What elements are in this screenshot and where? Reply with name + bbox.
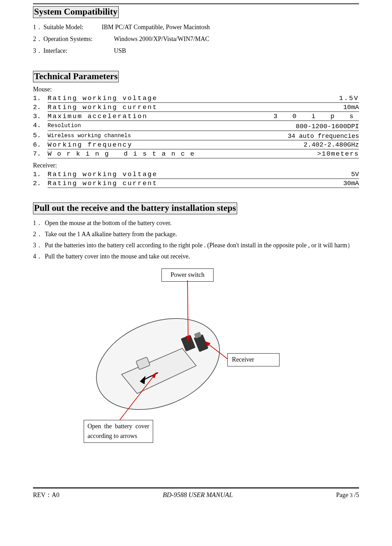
list-number: 2. (33, 180, 48, 187)
param-line: Rating working voltage1.5V (48, 94, 359, 103)
param-line: Working distance>10meters (48, 150, 359, 158)
subheading-mouse: Mouse: (33, 86, 359, 93)
svg-rect-3 (194, 334, 208, 352)
param-row: 3.Maximum acceleration3 0 i p s (33, 112, 359, 121)
param-label: Working distance (48, 150, 200, 158)
param-label: Rating working voltage (48, 171, 158, 178)
callout-receiver: Receiver (227, 353, 280, 366)
page-footer: REV：A0 BD-9588 USER MANUAL Page 3 /5 (33, 489, 359, 510)
compat-list: 1． Suitable Model: IBM PC/AT Compatible,… (33, 22, 359, 57)
param-value: 1.5V (339, 94, 359, 102)
compat-value: Windows 2000/XP/Vista/WIN7/MAC (114, 34, 209, 44)
param-row: 7.Working distance>10meters (33, 149, 359, 158)
param-value: 800-1200-1600DPI (296, 123, 359, 130)
section-system-compatibility: System Compatibility 1． Suitable Model: … (33, 6, 359, 57)
param-value: 34 auto frequencies (288, 133, 359, 140)
param-label: Wireless working channels (48, 133, 131, 140)
footer-page: Page 3 /5 (336, 491, 359, 499)
param-row: 5.Wireless working channels34 auto frequ… (33, 131, 359, 140)
compat-value: USB (114, 46, 126, 56)
page: System Compatibility 1． Suitable Model: … (0, 3, 392, 546)
param-row: 1.Rating working voltage5V (33, 170, 359, 179)
param-label: Resolution (48, 123, 81, 130)
top-rule (33, 3, 359, 4)
install-list: 1．Open the mouse at the bottom of the ba… (33, 218, 359, 262)
section-title-install: Pull out the receive and the battery ins… (33, 202, 237, 214)
param-value: 10mA (343, 104, 359, 111)
param-line: Maximum acceleration3 0 i p s (48, 113, 359, 121)
install-text: Take out the 1 AA alkaline battery from … (45, 230, 359, 239)
list-number: 6. (33, 141, 48, 149)
svg-point-0 (83, 301, 233, 427)
compat-label: Interface: (43, 46, 76, 56)
subheading-receiver: Receiver: (33, 162, 359, 169)
param-line: Rating working current10mA (48, 104, 359, 112)
compat-value: IBM PC/AT Compatible, Power Macintosh (102, 23, 210, 32)
list-number: 3． (33, 241, 45, 250)
param-line: Wireless working channels34 auto frequen… (48, 133, 359, 140)
param-line: Rating working voltage5V (48, 171, 359, 179)
list-number: 1． (33, 218, 45, 228)
param-row: 2.Rating working current10mA (33, 103, 359, 112)
param-label: Maximum acceleration (48, 113, 148, 120)
param-row: 2.Rating working current30mA (33, 179, 359, 188)
param-row: 6.Working frequency2.402-2.480GHz (33, 140, 359, 149)
list-number: 4. (33, 122, 48, 129)
param-value: 30mA (343, 180, 359, 187)
leader-battery-cover (120, 373, 156, 420)
install-step: 1．Open the mouse at the bottom of the ba… (33, 218, 359, 229)
svg-rect-4 (194, 332, 202, 339)
param-label: Rating working current (48, 104, 158, 111)
param-line: Rating working current30mA (48, 180, 359, 188)
param-value: 3 0 i p s (273, 113, 359, 120)
section-technical-parameters: Technical Parameters Mouse: 1.Rating wor… (33, 71, 359, 188)
param-value: 2.402-2.480GHz (303, 141, 359, 149)
list-number: 2． (33, 34, 43, 44)
param-value: 5V (351, 171, 359, 178)
diagram-svg (33, 268, 356, 470)
footer-page-prefix: Page (336, 491, 350, 498)
install-step: 4．Pull the battery cover into the mouse … (33, 251, 359, 262)
spacer (104, 34, 114, 44)
list-number: 1. (33, 94, 48, 102)
mouse-diagram: Power switch Receiver Open the battery c… (33, 268, 356, 470)
mouse-param-list: 1.Rating working voltage1.5V 2.Rating wo… (33, 94, 359, 158)
footer-rev: REV：A0 (33, 491, 59, 499)
spacer (76, 46, 114, 56)
section-title-compat: System Compatibility (33, 6, 119, 18)
callout-battery-cover: Open the battery cover according to arro… (84, 420, 153, 443)
param-line: Working frequency2.402-2.480GHz (48, 141, 359, 149)
power-switch-icon (181, 335, 196, 351)
svg-rect-1 (136, 357, 150, 370)
install-text: Put the batteries into the battery cell … (45, 241, 359, 250)
param-row: 1.Rating working voltage1.5V (33, 94, 359, 103)
param-line: Resolution800-1200-1600DPI (48, 123, 359, 131)
param-label: Rating working voltage (48, 94, 158, 102)
param-row: 4.Resolution800-1200-1600DPI (33, 121, 359, 131)
list-number: 1. (33, 171, 48, 178)
callout-power-switch: Power switch (161, 268, 214, 282)
leader-receiver (205, 341, 227, 359)
receiver-icon (194, 332, 208, 352)
svg-rect-2 (181, 335, 196, 351)
footer-title: BD-9588 USER MANUAL (163, 491, 233, 499)
list-number: 4． (33, 252, 45, 262)
list-number: 1． (33, 23, 43, 32)
compat-item: 3． Interface: USB (33, 45, 359, 57)
install-text: Open the mouse at the bottom of the batt… (45, 218, 359, 228)
install-text: Pull the battery cover into the mouse an… (45, 252, 359, 262)
install-step: 2．Take out the 1 AA alkaline battery fro… (33, 229, 359, 240)
spacer (92, 23, 102, 32)
param-label: Working frequency (48, 141, 133, 149)
section-installation: Pull out the receive and the battery ins… (33, 202, 359, 470)
compat-label: Suitable Model: (43, 23, 92, 32)
leader-power-switch (187, 280, 188, 341)
list-number: 2. (33, 104, 48, 111)
compat-label: Operation Systems: (43, 34, 104, 44)
param-label: Rating working current (48, 180, 158, 187)
footer-page-suffix: /5 (352, 491, 359, 498)
list-number: 7. (33, 150, 48, 158)
compat-item: 2． Operation Systems: Windows 2000/XP/Vi… (33, 33, 359, 45)
list-number: 3. (33, 113, 48, 120)
param-value: >10meters (317, 150, 359, 158)
